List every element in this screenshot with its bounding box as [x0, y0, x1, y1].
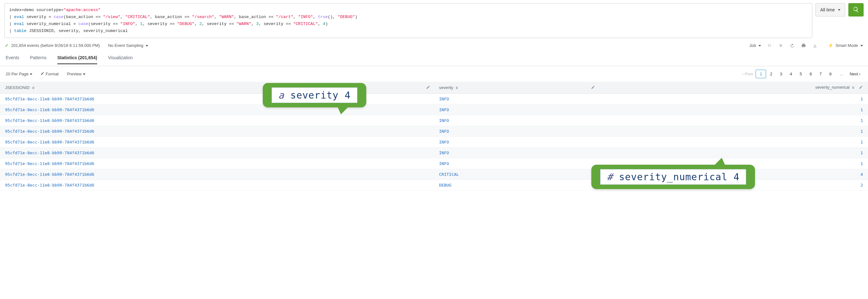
- cell-jsessionid[interactable]: 95cfd71e-8ecc-11e8-bb90-784f4371b6d6: [0, 180, 434, 190]
- cell-severity[interactable]: CRITICAL: [434, 169, 599, 180]
- tab-patterns[interactable]: Patterns: [30, 53, 46, 64]
- cell-severity-numerical[interactable]: 1: [599, 115, 868, 126]
- pager-ellipsis: ...: [838, 70, 845, 78]
- cell-severity-numerical[interactable]: 1: [599, 126, 868, 137]
- table-row: 95cfd71e-8ecc-11e8-bb90-784f4371b6d6INFO…: [0, 137, 868, 147]
- cell-severity-numerical[interactable]: 1: [599, 104, 868, 115]
- tab-events[interactable]: Events: [6, 53, 19, 64]
- tab-statistics[interactable]: Statistics (201,654): [57, 53, 97, 64]
- pager-prev[interactable]: ‹ Prev: [742, 71, 753, 76]
- lightning-icon: ⚡: [828, 43, 833, 48]
- cell-severity-numerical[interactable]: 1: [599, 137, 868, 147]
- cell-severity[interactable]: INFO: [434, 104, 599, 115]
- tab-visualization[interactable]: Visualization: [108, 53, 133, 64]
- sort-icon: [32, 87, 34, 89]
- column-header-jsessionid[interactable]: JSESSIONID: [0, 82, 434, 93]
- status-check-icon: ✓: [5, 43, 8, 48]
- per-page-dropdown[interactable]: 20 Per Page: [6, 71, 32, 76]
- time-range-picker[interactable]: All time: [815, 3, 845, 17]
- cell-jsessionid[interactable]: 95cfd71e-8ecc-11e8-bb90-784f4371b6d6: [0, 137, 434, 147]
- cell-jsessionid[interactable]: 95cfd71e-8ecc-11e8-bb90-784f4371b6d6: [0, 93, 434, 104]
- cell-severity[interactable]: INFO: [434, 93, 599, 104]
- cell-severity[interactable]: INFO: [434, 147, 599, 158]
- cell-severity[interactable]: INFO: [434, 115, 599, 126]
- table-row: 95cfd71e-8ecc-11e8-bb90-784f4371b6d6INFO…: [0, 126, 868, 137]
- table-row: 95cfd71e-8ecc-11e8-bb90-784f4371b6d6INFO…: [0, 104, 868, 115]
- cell-severity-numerical[interactable]: 1: [599, 93, 868, 104]
- run-search-button[interactable]: [848, 3, 864, 17]
- sort-icon: [852, 86, 855, 89]
- sort-icon: [456, 87, 458, 89]
- pager-page[interactable]: 7: [816, 70, 826, 78]
- table-row: 95cfd71e-8ecc-11e8-bb90-784f4371b6d6INFO…: [0, 115, 868, 126]
- chevron-right-icon: ›: [859, 71, 860, 76]
- pencil-icon[interactable]: [591, 85, 595, 90]
- cell-jsessionid[interactable]: 95cfd71e-8ecc-11e8-bb90-784f4371b6d6: [0, 126, 434, 137]
- time-range-label: All time: [820, 7, 835, 12]
- format-button[interactable]: Format: [40, 71, 59, 76]
- pencil-icon: [40, 71, 44, 76]
- cell-severity-numerical[interactable]: 1: [599, 147, 868, 158]
- event-sampling-dropdown[interactable]: No Event Sampling: [108, 43, 148, 48]
- cell-severity[interactable]: INFO: [434, 126, 599, 137]
- cell-jsessionid[interactable]: 95cfd71e-8ecc-11e8-bb90-784f4371b6d6: [0, 104, 434, 115]
- callout-severity: a severity 4: [263, 83, 366, 108]
- table-row: 95cfd71e-8ecc-11e8-bb90-784f4371b6d6INFO…: [0, 93, 868, 104]
- cell-severity[interactable]: DEBUG: [434, 180, 599, 190]
- search-icon: [853, 6, 859, 13]
- job-menu[interactable]: Job: [749, 43, 761, 48]
- pagination: ‹ Prev 12345678 ... Next ›: [742, 70, 863, 78]
- stop-icon[interactable]: [778, 42, 784, 48]
- reload-icon[interactable]: [789, 42, 795, 48]
- event-count-text: 201,654 events (before 9/26/18 6:11:59.0…: [11, 43, 100, 48]
- pause-icon[interactable]: [767, 42, 772, 48]
- cell-jsessionid[interactable]: 95cfd71e-8ecc-11e8-bb90-784f4371b6d6: [0, 115, 434, 126]
- pager-page[interactable]: 4: [786, 70, 796, 78]
- cell-jsessionid[interactable]: 95cfd71e-8ecc-11e8-bb90-784f4371b6d6: [0, 158, 434, 169]
- pencil-icon[interactable]: [426, 85, 430, 90]
- callout-severity-numerical: # severity_numerical 4: [591, 165, 755, 189]
- pencil-icon[interactable]: [859, 85, 863, 90]
- pager-page[interactable]: 6: [806, 70, 815, 78]
- export-icon[interactable]: [812, 42, 818, 48]
- pager-next[interactable]: Next ›: [848, 70, 862, 78]
- pager-page[interactable]: 1: [755, 70, 766, 78]
- column-header-severity-numerical[interactable]: severity_numerical: [599, 82, 868, 93]
- pager-page[interactable]: 3: [776, 70, 786, 78]
- cell-jsessionid[interactable]: 95cfd71e-8ecc-11e8-bb90-784f4371b6d6: [0, 147, 434, 158]
- cell-jsessionid[interactable]: 95cfd71e-8ecc-11e8-bb90-784f4371b6d6: [0, 169, 434, 180]
- pager-page[interactable]: 5: [796, 70, 806, 78]
- preview-dropdown[interactable]: Preview: [67, 71, 85, 76]
- print-icon[interactable]: [801, 42, 807, 48]
- chevron-left-icon: ‹: [742, 71, 744, 76]
- table-row: 95cfd71e-8ecc-11e8-bb90-784f4371b6d6INFO…: [0, 147, 868, 158]
- pager-page[interactable]: 2: [766, 70, 776, 78]
- smart-mode-dropdown[interactable]: ⚡ Smart Mode: [828, 43, 863, 48]
- column-header-severity[interactable]: severity: [434, 82, 599, 93]
- cell-severity[interactable]: INFO: [434, 158, 599, 169]
- search-input[interactable]: index=demo sourcetype="apache:access"| e…: [4, 3, 812, 38]
- pager-page[interactable]: 8: [826, 70, 835, 78]
- cell-severity[interactable]: INFO: [434, 137, 599, 147]
